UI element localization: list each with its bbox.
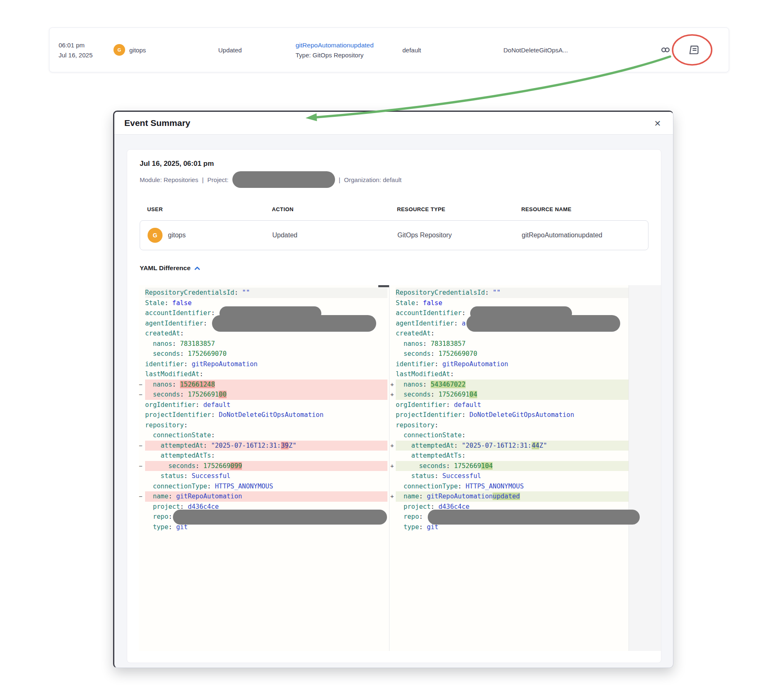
diff-sash-handle[interactable] [378,285,389,287]
event-time-date: Jul 16, 2025 [59,52,93,59]
yaml-difference-toggle[interactable]: YAML Difference [140,264,200,272]
diff-line-content: nanos: 783183857 [396,339,629,349]
diff-line: connectionType: HTTPS_ANONYMOUS [390,481,629,492]
diff-line-marker: + [390,491,396,502]
org-label: default [402,28,421,72]
diff-line-marker: − [139,380,145,390]
diff-gutter [139,471,145,481]
diff-gutter [390,308,396,318]
diff-gutter [390,318,396,329]
diff-gutter [139,410,145,420]
diff-gutter [390,502,396,512]
project-meta-label: Project: [207,176,229,183]
diff-gutter [139,318,145,329]
diff-gutter [139,512,145,522]
diff-line: lastModifiedAt: [139,369,387,380]
diff-line: − seconds: 1752669099 [139,461,387,471]
row-user: gitops [168,232,186,239]
diff-line: identifier: gitRepoAutomation [390,359,629,370]
diff-gutter [139,339,145,349]
event-summary-note-button[interactable] [686,42,703,58]
yaml-diff-editor[interactable]: RepositoryCredentialsId: ""Stale: falsea… [139,285,661,651]
diff-line: projectIdentifier: DoNotDeleteGitOpsAuto… [139,410,387,420]
diff-line-marker: − [139,441,145,451]
diff-line: − nanos: 152661248 [139,380,387,390]
diff-gutter [139,400,145,410]
diff-line: + seconds: 1752669104 [390,461,629,471]
diff-line-content: lastModifiedAt: [396,369,629,380]
diff-line-content: attemptedAtTs: [396,451,629,461]
diff-line-content: seconds: 1752669104 [396,461,629,471]
diff-line: + nanos: 543467022 [390,380,629,390]
diff-line: projectIdentifier: DoNotDeleteGitOpsAuto… [390,410,629,420]
diff-line: connectionType: HTTPS_ANONYMOUS [139,481,387,492]
diff-line-content: RepositoryCredentialsId: "" [396,288,629,298]
organization-label: Organization: default [344,176,402,183]
diff-line-marker: + [390,461,396,471]
user-name: gitops [129,47,146,54]
diff-line-content: nanos: 543467022 [396,380,629,390]
chevron-up-icon [194,266,200,271]
diff-gutter [390,349,396,359]
event-meta: Module: Repositories | Project: | Organi… [140,170,402,189]
redaction-pill [466,315,620,332]
diff-gutter [139,369,145,380]
diff-line-content: connectionState: [145,430,387,441]
diff-line: repository: [390,420,629,431]
diff-gutter [139,328,145,339]
diff-line: identifier: gitRepoAutomation [139,359,387,370]
event-time-clock: 06:01 pm [59,42,85,49]
diff-gutter [390,451,396,461]
diff-line-marker: + [390,441,396,451]
diff-line-content: agentIdentifier: a [396,318,629,329]
diff-line: agentIdentifier: a [390,318,629,329]
event-timestamp: Jul 16, 2025, 06:01 pm [140,160,214,168]
col-header-action: ACTION [272,206,293,212]
diff-line-content: repository: [145,420,387,431]
diff-line-content: name: gitRepoAutomation [145,491,387,502]
diff-line: seconds: 1752669070 [390,349,629,359]
diff-line: + name: gitRepoAutomationupdated [390,491,629,502]
diff-line-content: status: Successful [145,471,387,481]
diff-line: seconds: 1752669070 [139,349,387,359]
diff-line: RepositoryCredentialsId: "" [390,288,629,298]
diff-gutter [139,451,145,461]
diff-gutter [139,481,145,492]
diff-line: status: Successful [139,471,387,481]
diff-line: − attemptedAt: "2025-07-16T12:31:39Z" [139,441,387,451]
link-icon[interactable] [657,42,674,58]
diff-gutter [390,288,396,298]
diff-line: agentIdentifier: [139,318,387,329]
diff-line: attemptedAtTs: [390,451,629,461]
diff-line: + attemptedAt: "2025-07-16T12:31:44Z" [390,441,629,451]
event-time: 06:01 pm Jul 16, 2025 [59,28,93,72]
row-action: Updated [272,221,298,250]
diff-gutter [390,481,396,492]
diff-line-marker: + [390,380,396,390]
module-label: Module: Repositories [140,176,198,183]
diff-gutter [139,308,145,318]
diff-line-content: connectionState: [396,430,629,441]
diff-gutter [390,471,396,481]
diff-line: connectionState: [139,430,387,441]
close-icon[interactable]: ✕ [651,117,664,130]
resource-type-line: Type: GitOps Repository [296,52,363,59]
diff-line-content: nanos: 783183857 [145,339,387,349]
diff-pane-original: RepositoryCredentialsId: ""Stale: falsea… [139,288,387,532]
diff-gutter [390,339,396,349]
diff-line: − seconds: 1752669100 [139,389,387,400]
diff-gutter [390,430,396,441]
resource-link[interactable]: gitRepoAutomationupdated [296,42,374,49]
diff-gutter [139,502,145,512]
diff-gutter [139,288,145,298]
diff-line: repository: [139,420,387,431]
diff-gutter [139,349,145,359]
diff-line: + seconds: 1752669104 [390,389,629,400]
diff-line-content: orgIdentifier: default [145,400,387,410]
diff-line-content: orgIdentifier: default [396,400,629,410]
diff-overview-ruler[interactable] [629,285,661,651]
diff-line: attemptedAtTs: [139,451,387,461]
diff-line-content: status: Successful [396,471,629,481]
diff-line-content: RepositoryCredentialsId: "" [145,288,387,298]
diff-gutter [390,522,396,532]
